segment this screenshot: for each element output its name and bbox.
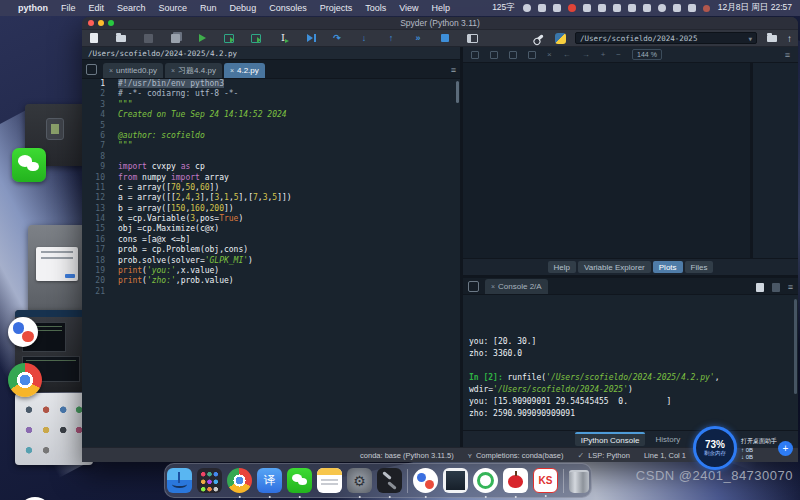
dot-icon[interactable] <box>703 5 710 12</box>
editor-tab-untitled0.py[interactable]: ×untitled0.py <box>103 63 163 78</box>
code-line[interactable]: 4Created on Tue Sep 24 14:14:52 2024 <box>82 110 460 120</box>
code-line[interactable]: 7""" <box>82 141 460 151</box>
editor-tab-习题4.4.py[interactable]: ×习题4.4.py <box>165 63 222 78</box>
code-line[interactable]: 10from numpy import array <box>82 173 460 183</box>
pane-tab-help[interactable]: Help <box>548 261 576 273</box>
editor-tab-4.2.py[interactable]: ×4.2.py <box>224 63 265 78</box>
step-into-icon[interactable]: ↓ <box>358 32 370 44</box>
dock-finder-icon[interactable] <box>167 468 192 493</box>
console-options-menu-icon[interactable]: ≡ <box>788 283 793 292</box>
code-line[interactable]: 8 <box>82 152 460 162</box>
close-icon[interactable]: × <box>109 67 113 74</box>
save-all-plots-icon[interactable] <box>490 51 498 59</box>
minimized-window-thumbnail[interactable] <box>28 225 86 313</box>
close-icon[interactable]: × <box>230 67 234 74</box>
code-line[interactable]: 12a = array([[2,4,3],[3,1,5],[7,3,5]]) <box>82 193 460 203</box>
smiley-icon[interactable] <box>523 4 531 12</box>
console-tab[interactable]: × Console 2/A <box>485 279 548 294</box>
close-all-plots-icon[interactable]: × <box>547 50 552 59</box>
code-line[interactable]: 13b = array([150,160,200]) <box>82 204 460 214</box>
menu-app-name[interactable]: python <box>18 3 48 13</box>
dock-notes-icon[interactable] <box>317 468 342 493</box>
editor-options-menu-icon[interactable]: ≡ <box>451 65 456 75</box>
menu-item-projects[interactable]: Projects <box>320 3 353 13</box>
plot-thumbnails-strip[interactable] <box>753 63 798 258</box>
menu-item-file[interactable]: File <box>61 3 76 13</box>
widget-expand-button[interactable]: + <box>778 441 793 456</box>
record-icon[interactable] <box>568 4 576 12</box>
menu-item-help[interactable]: Help <box>432 3 451 13</box>
dock-green-ring-icon[interactable] <box>473 468 498 493</box>
dock-sunlogin-icon[interactable] <box>413 468 438 493</box>
code-line[interactable]: 9import cvxpy as cp <box>82 162 460 172</box>
code-line[interactable]: 15obj =cp.Maximize(c@x) <box>82 224 460 234</box>
menu-item-source[interactable]: Source <box>159 3 188 13</box>
cloud-icon[interactable] <box>598 4 606 12</box>
previous-plot-icon[interactable]: ← <box>563 50 571 59</box>
dock-translate-icon[interactable]: 译 <box>257 468 282 493</box>
console-scrollbar[interactable] <box>794 299 797 394</box>
run-selection-button[interactable]: I <box>277 32 289 44</box>
new-console-icon[interactable] <box>756 283 764 292</box>
memory-ring[interactable]: 73% 剩余内存 <box>693 426 737 470</box>
dock-red-apple-icon[interactable] <box>503 468 528 493</box>
wifi-icon[interactable] <box>658 4 666 12</box>
chrome-icon[interactable] <box>8 363 42 397</box>
step-over-icon[interactable]: ↷ <box>331 32 343 44</box>
zoom-in-icon[interactable]: + <box>601 50 606 59</box>
run-cell-button[interactable] <box>223 32 235 44</box>
menu-item-tools[interactable]: Tools <box>365 3 386 13</box>
bluetooth-icon[interactable] <box>628 4 636 12</box>
code-line[interactable]: 6@author: scofieldo <box>82 131 460 141</box>
mic-icon[interactable] <box>538 4 546 12</box>
menu-clock[interactable]: 12月8日 周日 22:57 <box>718 2 792 14</box>
step-out-icon[interactable]: ↑ <box>385 32 397 44</box>
menu-item-view[interactable]: View <box>399 3 418 13</box>
plots-options-menu-icon[interactable]: ≡ <box>785 50 790 60</box>
code-editor[interactable]: 1#!/usr/bin/env python32# -*- codiarng: … <box>82 79 460 447</box>
dock-preview-window-icon[interactable] <box>443 468 468 493</box>
completions-status[interactable]: ʏ Completions: conda(base) <box>468 451 564 460</box>
save-all-button[interactable] <box>169 32 181 44</box>
pane-tab-history[interactable]: History <box>649 433 686 445</box>
browse-tabs-button[interactable] <box>86 64 97 75</box>
menu-item-run[interactable]: Run <box>200 3 217 13</box>
menu-item-edit[interactable]: Edit <box>89 3 105 13</box>
pane-tab-files[interactable]: Files <box>685 261 714 273</box>
remove-plot-icon[interactable] <box>528 51 536 59</box>
sunlogin-icon[interactable] <box>8 317 38 347</box>
dock-chrome-icon[interactable] <box>227 468 252 493</box>
close-icon[interactable]: × <box>171 67 175 74</box>
browse-consoles-button[interactable] <box>468 281 479 292</box>
layout-panes-button[interactable] <box>466 32 478 44</box>
parent-directory-button[interactable]: ↑ <box>787 33 792 44</box>
next-plot-icon[interactable]: → <box>582 50 590 59</box>
pane-tab-plots[interactable]: Plots <box>653 261 683 273</box>
debug-continue-icon[interactable]: » <box>412 32 424 44</box>
save-plot-icon[interactable] <box>471 51 479 59</box>
dock-launchpad-icon[interactable] <box>197 468 222 493</box>
menu-item-search[interactable]: Search <box>117 3 146 13</box>
menu-item-debug[interactable]: Debug <box>230 3 257 13</box>
dock-ks-icon[interactable]: KS <box>533 468 558 493</box>
ipython-console-output[interactable]: you: [20. 30.]zho: 3360.0 In [2]: runfil… <box>463 295 798 430</box>
browse-directory-button[interactable] <box>766 32 778 44</box>
run-file-button[interactable] <box>196 32 208 44</box>
keyboard-icon[interactable] <box>553 4 561 12</box>
title-bar[interactable]: Spyder (Python 3.11) <box>82 17 798 30</box>
copy-plot-icon[interactable] <box>509 51 517 59</box>
dock-wechat-icon[interactable] <box>287 468 312 493</box>
code-line[interactable]: 2# -*- codiarng: utf-8 -*- <box>82 89 460 99</box>
open-file-button[interactable] <box>115 32 127 44</box>
interrupt-kernel-icon[interactable] <box>772 283 780 292</box>
display-icon[interactable] <box>688 4 696 12</box>
code-line[interactable]: 14x =cp.Variable(3,pos=True) <box>82 214 460 224</box>
dock-keychain-icon[interactable] <box>377 468 402 493</box>
code-line[interactable]: 16cons =[a@x <=b] <box>82 235 460 245</box>
code-line[interactable]: 19print('you:',x.value) <box>82 266 460 276</box>
save-button[interactable] <box>142 32 154 44</box>
close-icon[interactable]: × <box>491 283 495 290</box>
editor-scrollbar[interactable] <box>456 81 459 103</box>
code-line[interactable]: 17prob = cp.Problem(obj,cons) <box>82 245 460 255</box>
code-line[interactable]: 3""" <box>82 100 460 110</box>
